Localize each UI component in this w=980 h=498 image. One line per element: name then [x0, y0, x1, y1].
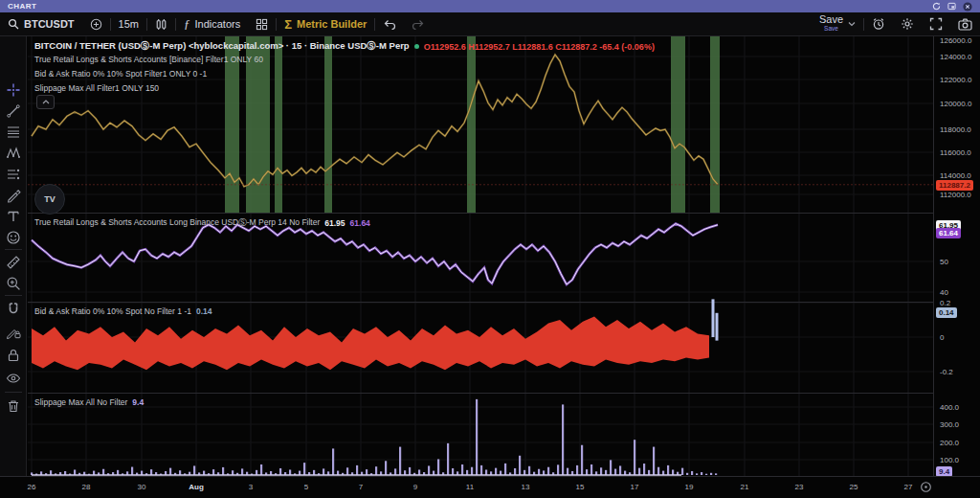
main-symbol-legend[interactable]: BITCOIN / TETHER (USDⓈ-M Perp) <hyblockc… — [34, 40, 655, 53]
interval-label: 15m — [119, 18, 139, 30]
price-tick: 200.0 — [940, 439, 959, 447]
chart-style-button[interactable] — [147, 12, 175, 35]
alert-button[interactable] — [864, 12, 893, 35]
time-tick: 30 — [138, 483, 146, 491]
screenshot-button[interactable] — [950, 12, 980, 35]
legend-indicator-slippage-filter[interactable]: Slippage Max All Filter1 ONLY 150 — [34, 83, 159, 93]
price-tick: -0.2 — [940, 368, 953, 376]
sigma-icon: Σ — [284, 17, 292, 32]
brush-tool[interactable] — [6, 188, 21, 203]
window-title: CHART — [0, 2, 37, 11]
time-tick: Aug — [189, 483, 204, 491]
drawing-mode-lock-icon[interactable] — [6, 325, 21, 340]
time-tick: 23 — [795, 483, 804, 491]
slippage-pane-legend[interactable]: Slippage Max All No Filter 9.4 — [34, 397, 144, 407]
gear-icon — [901, 17, 914, 31]
price-axis[interactable]: 126000.0124000.0122000.0120000.0118000.0… — [933, 36, 980, 476]
measure-ruler-tool[interactable] — [6, 255, 21, 270]
price-tick: 124000.0 — [940, 53, 971, 61]
legend-indicator-bidask-filter[interactable]: Bid & Ask Ratio 0% 10% Spot Filter1 ONLY… — [34, 69, 207, 79]
time-tick: 11 — [466, 483, 474, 491]
price-tick: 400.0 — [940, 403, 959, 412]
refresh-icon[interactable] — [932, 2, 941, 11]
undo-icon — [383, 18, 396, 30]
price-tick: 100.0 — [940, 456, 959, 464]
symbol-name: BTCUSDT — [24, 18, 75, 30]
time-tick: 26 — [28, 483, 36, 491]
drawing-toolbar — [0, 36, 27, 498]
forecast-tool[interactable] — [6, 167, 21, 182]
save-button[interactable]: Save Save — [812, 12, 863, 35]
price-tick: 114000.0 — [940, 171, 971, 180]
slippage-value: 9.4 — [132, 397, 144, 407]
metric-builder-button[interactable]: Σ Metric Builder — [277, 12, 374, 35]
fullscreen-icon — [929, 17, 943, 31]
window-titlebar: CHART — [0, 0, 980, 12]
symbol-search-button[interactable]: BTCUSDT — [0, 12, 82, 35]
magnet-tool[interactable] — [6, 302, 21, 317]
search-icon — [8, 18, 19, 30]
crosshair-tool[interactable] — [6, 82, 21, 98]
price-tick: 118000.0 — [940, 125, 971, 134]
indicator-templates-button[interactable] — [248, 12, 276, 35]
legend-indicator-retail-filter[interactable]: True Retail Longs & Shorts Accounts [Bin… — [34, 55, 263, 64]
market-status-dot — [414, 44, 419, 49]
price-tick: 122000.0 — [940, 76, 971, 84]
symbol-title: BITCOIN / TETHER (USDⓈ-M Perp) <hyblockc… — [34, 40, 410, 53]
ohlc-values: O112952.6 H112952.7 L112881.6 C112887.2 … — [424, 42, 655, 52]
picture-in-picture-icon[interactable] — [947, 2, 956, 11]
chevron-down-icon — [848, 21, 856, 27]
settings-button[interactable] — [893, 12, 922, 35]
scales-target-icon[interactable] — [920, 481, 932, 493]
fullscreen-button[interactable] — [922, 12, 950, 35]
hide-drawings-eye-icon[interactable] — [6, 371, 21, 386]
save-label: Save — [819, 15, 843, 24]
time-tick: 7 — [359, 483, 363, 491]
top-toolbar: BTCUSDT 15m ƒ Indicators Σ Metric Builde… — [0, 12, 980, 36]
time-tick: 21 — [741, 483, 749, 491]
time-tick: 17 — [631, 483, 639, 491]
price-tick: 126000.0 — [940, 36, 971, 45]
legend-collapse-button[interactable] — [36, 95, 55, 109]
plus-circle-icon — [90, 18, 102, 31]
price-tick: 0 — [940, 333, 944, 342]
candlestick-icon — [155, 18, 167, 31]
time-tick: 15 — [576, 483, 585, 491]
bidask-pane-legend[interactable]: Bid & Ask Ratio 0% 10% Spot No Filter 1 … — [34, 306, 212, 316]
trend-line-tool[interactable] — [6, 103, 21, 119]
time-tick: 9 — [413, 483, 417, 491]
time-tick: 19 — [685, 483, 694, 491]
bidask-value: 0.14 — [196, 306, 212, 316]
fib-retracement-tool[interactable] — [6, 124, 21, 140]
time-tick: 3 — [249, 483, 253, 491]
emoji-tool[interactable] — [6, 230, 21, 245]
indicators-label: Indicators — [194, 18, 240, 30]
chart-canvas[interactable] — [28, 36, 933, 476]
price-tick: 112000.0 — [940, 191, 971, 199]
time-axis[interactable]: 262830Aug3579111315171921232527 — [0, 476, 980, 498]
redo-icon — [412, 18, 425, 30]
xabcd-pattern-tool[interactable] — [6, 146, 21, 161]
grid-templates-icon — [256, 18, 268, 31]
price-tick: 40 — [940, 288, 948, 297]
time-tick: 28 — [82, 483, 91, 491]
price-tick: 116000.0 — [940, 148, 971, 157]
time-tick: 27 — [904, 483, 913, 491]
retail-pane-legend[interactable]: True Retail Longs & Shorts Accounts Long… — [34, 217, 370, 229]
indicators-button[interactable]: ƒ Indicators — [176, 12, 248, 35]
close-icon[interactable] — [963, 2, 972, 11]
undo-button[interactable] — [375, 12, 404, 35]
chart-application: CHART BTCUSDT 15m ƒ Indicators — [0, 0, 980, 498]
price-tick: 0.2 — [940, 299, 950, 307]
retail-value-1: 61.95 — [324, 218, 345, 228]
time-tick: 5 — [304, 483, 308, 491]
compare-add-symbol-button[interactable] — [82, 12, 110, 35]
zoom-in-tool[interactable] — [6, 276, 21, 291]
lock-all-drawings-icon[interactable] — [6, 348, 21, 363]
text-tool[interactable] — [6, 209, 21, 224]
remove-drawings-trash-icon[interactable] — [6, 398, 21, 414]
time-tick: 25 — [850, 483, 858, 491]
price-tick: 50 — [940, 258, 948, 266]
interval-button[interactable]: 15m — [111, 12, 146, 35]
redo-button[interactable] — [404, 12, 433, 35]
